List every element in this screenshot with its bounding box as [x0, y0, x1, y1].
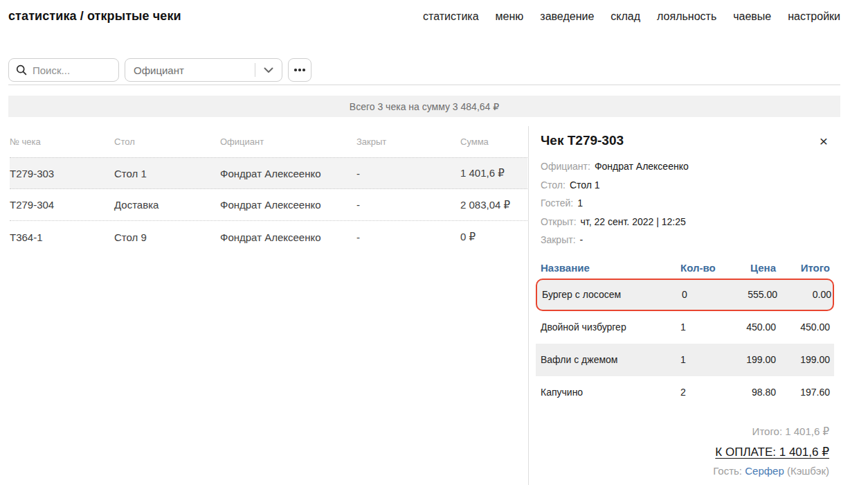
- table-row[interactable]: T279-304 Доставка Фондрат Алексеенко - 2…: [10, 189, 527, 221]
- item-price: 450.00: [722, 321, 776, 333]
- item-price: 98.80: [722, 387, 776, 398]
- items-table-header: Название Кол-во Цена Итого: [541, 261, 829, 276]
- cell-table: Доставка: [114, 199, 220, 211]
- col-check-number: № чека: [10, 136, 114, 147]
- check-title: Чек T279-303: [541, 133, 624, 148]
- item-name: Бургер с лососем: [542, 289, 682, 300]
- list-item[interactable]: Двойной чизбургер 1 450.00 450.00: [536, 311, 834, 344]
- col-closed: Закрыт: [356, 136, 460, 147]
- detail-table: Стол: Стол 1: [541, 176, 829, 195]
- detail-waiter: Официант: Фондрат Алексеенко: [541, 157, 829, 176]
- waiter-filter-label: Официант: [134, 64, 255, 76]
- nav-item-statistics[interactable]: статистика: [423, 10, 478, 23]
- cell-waiter: Фондрат Алексеенко: [220, 231, 356, 243]
- cell-closed: -: [356, 231, 460, 243]
- col-item-total: Итого: [776, 262, 830, 274]
- cell-closed: -: [356, 168, 460, 179]
- cell-sum: 2 083,04 ₽: [460, 199, 527, 211]
- item-price: 555.00: [723, 289, 777, 300]
- cell-waiter: Фондрат Алексеенко: [220, 199, 356, 211]
- cell-waiter: Фондрат Алексеенко: [220, 168, 356, 179]
- cell-sum: 1 401,6 ₽: [460, 167, 527, 179]
- summary-bar: Всего 3 чека на сумму 3 484,64 ₽: [8, 96, 840, 117]
- ellipsis-icon: [294, 69, 297, 71]
- checks-table-header: № чека Стол Официант Закрыт Сумма: [10, 135, 527, 148]
- col-item-qty: Кол-во: [680, 262, 722, 274]
- col-sum: Сумма: [460, 136, 527, 147]
- nav-item-venue[interactable]: заведение: [540, 10, 594, 23]
- more-options-button[interactable]: [288, 58, 311, 82]
- guest-line: Гость: Серфер (Кэшбэк): [541, 465, 829, 477]
- page-title: статистика / открытые чеки: [8, 9, 181, 24]
- check-details: Официант: Фондрат Алексеенко Стол: Стол …: [541, 157, 829, 249]
- list-item[interactable]: Капучино 2 98.80 197.60: [536, 376, 834, 409]
- cell-check-number: T279-303: [10, 168, 114, 179]
- item-total: 0.00: [777, 289, 831, 300]
- top-bar: статистика / открытые чеки статистика ме…: [8, 9, 840, 24]
- item-qty: 1: [680, 321, 722, 333]
- close-icon[interactable]: ×: [818, 134, 829, 148]
- table-row[interactable]: T364-1 Стол 9 Фондрат Алексеенко - 0 ₽: [10, 221, 527, 253]
- nav-item-menu[interactable]: меню: [496, 10, 524, 23]
- col-waiter: Официант: [220, 136, 356, 147]
- search-icon: [16, 64, 27, 76]
- item-name: Вафли с джемом: [541, 354, 680, 365]
- open-checks-table: № чека Стол Официант Закрыт Сумма T279-3…: [10, 135, 527, 253]
- summary-text: Всего 3 чека на сумму 3 484,64 ₽: [350, 101, 499, 112]
- table-row[interactable]: T279-303 Стол 1 Фондрат Алексеенко - 1 4…: [10, 157, 527, 189]
- item-qty: 2: [680, 387, 722, 398]
- subtotal-text: Итого: 1 401,6 ₽: [541, 425, 829, 438]
- search-box[interactable]: [8, 58, 119, 82]
- item-name: Двойной чизбургер: [541, 321, 680, 333]
- check-detail-panel: Чек T279-303 × Официант: Фондрат Алексее…: [528, 126, 840, 485]
- list-item[interactable]: Бургер с лососем 0 555.00 0.00: [536, 279, 834, 311]
- amount-due-link[interactable]: К ОПЛАТЕ: 1 401,6 ₽: [715, 445, 829, 459]
- main-nav: статистика меню заведение склад лояльнос…: [423, 10, 840, 23]
- cell-closed: -: [356, 199, 460, 211]
- item-qty: 0: [682, 289, 723, 300]
- item-total: 199.00: [776, 354, 830, 365]
- filters-toolbar: Официант: [8, 58, 311, 82]
- cell-check-number: T279-304: [10, 199, 114, 211]
- items-table-body: Бургер с лососем 0 555.00 0.00 Двойной ч…: [541, 279, 829, 409]
- detail-guests: Гостей: 1: [541, 194, 829, 213]
- col-table: Стол: [114, 136, 220, 147]
- check-panel-header: Чек T279-303 ×: [541, 133, 829, 148]
- list-item[interactable]: Вафли с джемом 1 199.00 199.00: [536, 344, 834, 376]
- item-price: 199.00: [722, 354, 776, 365]
- nav-item-settings[interactable]: настройки: [788, 10, 840, 23]
- guest-note: (Кэшбэк): [787, 465, 829, 477]
- cell-table: Стол 9: [114, 231, 220, 243]
- nav-item-tips[interactable]: чаевые: [733, 10, 771, 23]
- waiter-filter-select[interactable]: Официант: [125, 58, 282, 82]
- nav-item-warehouse[interactable]: склад: [611, 10, 640, 23]
- guest-name-link[interactable]: Серфер: [745, 465, 784, 477]
- cell-check-number: T364-1: [10, 231, 114, 243]
- col-item-price: Цена: [722, 262, 776, 274]
- item-qty: 1: [680, 354, 722, 365]
- search-input[interactable]: [33, 64, 111, 76]
- nav-item-loyalty[interactable]: лояльность: [657, 10, 716, 23]
- item-total: 197.60: [776, 387, 830, 398]
- cell-table: Стол 1: [114, 168, 220, 179]
- cell-sum: 0 ₽: [460, 231, 527, 243]
- detail-opened: Открыт: чт, 22 сент. 2022 | 12:25: [541, 213, 829, 231]
- item-total: 450.00: [776, 321, 830, 333]
- check-totals: Итого: 1 401,6 ₽ К ОПЛАТЕ: 1 401,6 ₽ Гос…: [541, 425, 829, 477]
- guest-label: Гость:: [713, 465, 742, 477]
- detail-closed: Закрыт: -: [541, 231, 829, 249]
- chevron-down-icon: [255, 67, 282, 73]
- item-name: Капучино: [541, 387, 680, 398]
- toolbar-divider: [8, 85, 840, 85]
- checks-table-body: T279-303 Стол 1 Фондрат Алексеенко - 1 4…: [10, 157, 527, 253]
- check-items-table: Название Кол-во Цена Итого Бургер с лосо…: [541, 261, 829, 409]
- col-item-name: Название: [541, 262, 680, 274]
